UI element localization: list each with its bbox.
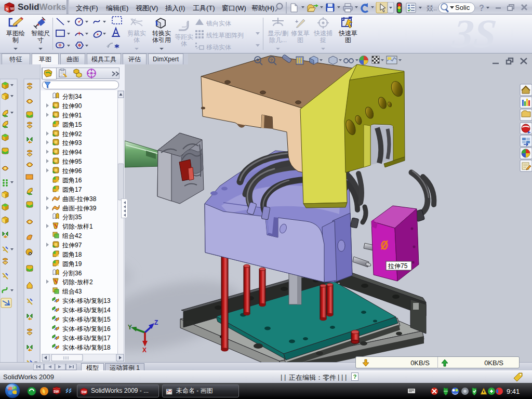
svg-text:W: W: [10, 6, 15, 11]
svg-text:?: ?: [270, 58, 273, 63]
svg-text:SW: SW: [82, 390, 87, 394]
svg-text:Y: Y: [128, 324, 132, 331]
svg-text:㸚..: 㸚..: [427, 4, 437, 12]
svg-text:+: +: [295, 18, 298, 24]
svg-text:X: X: [142, 347, 147, 354]
svg-text:Z: Z: [154, 319, 158, 326]
svg-text:SW: SW: [54, 390, 59, 393]
svg-text:拉伸75: 拉伸75: [388, 262, 408, 270]
svg-text:S: S: [6, 7, 9, 11]
